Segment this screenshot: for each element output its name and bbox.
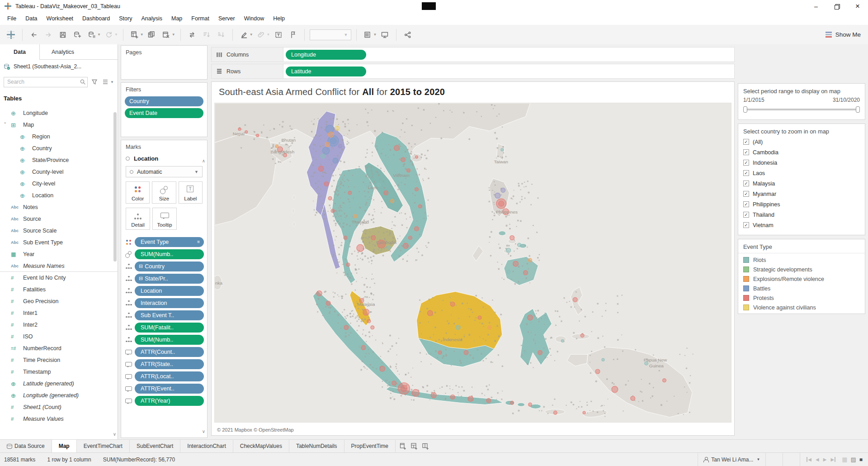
period-slider[interactable] bbox=[744, 106, 859, 113]
marks-pill[interactable]: Event Type ≡ bbox=[135, 237, 204, 247]
field-item[interactable]: ⌄ # Fatalities bbox=[0, 284, 118, 295]
country-checkbox-row[interactable]: ✓ Malaysia bbox=[738, 178, 865, 189]
country-checkbox-row[interactable]: ✓ (All) bbox=[738, 137, 865, 147]
text-label-button[interactable] bbox=[271, 27, 286, 43]
legend-item[interactable]: Violence against civilians bbox=[738, 303, 865, 312]
fit-selector[interactable]: ▼ bbox=[310, 29, 351, 40]
new-dashboard-tab-button[interactable] bbox=[409, 440, 420, 452]
checkbox[interactable]: ✓ bbox=[743, 160, 749, 166]
sheet-tab[interactable]: InteractionChart bbox=[180, 440, 233, 452]
checkbox[interactable]: ✓ bbox=[743, 139, 749, 145]
field-item[interactable]: ⌄ Country bbox=[0, 143, 118, 154]
duplicate-sheet-button[interactable] bbox=[145, 27, 159, 43]
pane-tab[interactable]: Analytics bbox=[40, 44, 118, 59]
slider-handle-end[interactable] bbox=[856, 106, 860, 113]
menu-item[interactable]: Server bbox=[214, 13, 240, 24]
menu-item[interactable]: Worksheet bbox=[42, 13, 78, 24]
show-hide-cards-caret-icon[interactable]: ▼ bbox=[373, 33, 377, 37]
sort-ascending-button[interactable] bbox=[199, 27, 214, 43]
redo-button[interactable] bbox=[41, 27, 56, 43]
new-datasource-button[interactable] bbox=[70, 27, 85, 43]
pin-button[interactable] bbox=[286, 27, 300, 43]
show-me-button[interactable]: Show Me bbox=[826, 31, 861, 38]
country-checkbox-row[interactable]: ✓ Indonesia bbox=[738, 157, 865, 168]
new-story-tab-button[interactable] bbox=[420, 440, 431, 452]
marks-pill[interactable]: SUM(Numb.. ≡ bbox=[135, 249, 204, 259]
filter-pill[interactable]: Country bbox=[125, 96, 203, 106]
checkbox[interactable]: ✓ bbox=[743, 170, 749, 176]
field-item[interactable]: ⌄ County-level bbox=[0, 166, 118, 178]
field-item[interactable]: ⌄ # ISO bbox=[0, 331, 118, 342]
checkbox[interactable]: ✓ bbox=[743, 149, 749, 155]
country-checkbox-row[interactable]: ✓ Cambodia bbox=[738, 147, 865, 157]
field-item[interactable]: ⌄ # Inter2 bbox=[0, 319, 118, 331]
expand-caret-icon[interactable]: ⌄ bbox=[3, 119, 7, 124]
map-pane[interactable]: NepalBhutanBangladeshTaiwanVietnamLaosTh… bbox=[214, 103, 731, 423]
checkbox[interactable]: ✓ bbox=[743, 191, 749, 197]
label-button[interactable]: Label bbox=[179, 181, 203, 204]
marks-pill[interactable]: ATTR(Locat.. ≡ bbox=[135, 371, 204, 381]
field-item[interactable]: ⌄ Abc Source Scale bbox=[0, 225, 118, 237]
field-item[interactable]: ⌄ Longitude (generated) bbox=[0, 390, 118, 401]
menu-item[interactable]: Data bbox=[21, 13, 42, 24]
swap-rows-columns-button[interactable] bbox=[185, 27, 199, 43]
last-icon[interactable]: ▶ bbox=[830, 457, 835, 462]
field-item[interactable]: ⌄ Region bbox=[0, 131, 118, 143]
tableau-logo-button[interactable] bbox=[4, 27, 18, 43]
split-view-icon[interactable]: ▨ bbox=[850, 456, 856, 463]
field-item[interactable]: ⌄ City-level bbox=[0, 178, 118, 190]
clear-sheet-caret-icon[interactable]: ▼ bbox=[172, 33, 175, 37]
marks-scroll-up-icon[interactable]: ∧ bbox=[202, 158, 205, 163]
detail-button[interactable]: Detail bbox=[126, 208, 150, 230]
field-item[interactable]: ⌄ Year bbox=[0, 248, 118, 260]
field-item[interactable]: ⌄ Map bbox=[0, 119, 118, 131]
menu-item[interactable]: File bbox=[3, 13, 21, 24]
legend-item[interactable]: Protests bbox=[738, 293, 865, 303]
marks-layer-header[interactable]: Location bbox=[121, 152, 207, 164]
sheet-tab[interactable]: SubEventChart bbox=[130, 440, 180, 452]
field-item[interactable]: ⌄ # Timestamp bbox=[0, 366, 118, 378]
menu-item[interactable]: Window bbox=[240, 13, 269, 24]
marks-pill[interactable]: Location ≡ bbox=[135, 286, 204, 296]
conflict-map[interactable]: NepalBhutanBangladeshTaiwanVietnamLaosTh… bbox=[215, 103, 731, 422]
full-view-icon[interactable]: ■ bbox=[859, 456, 863, 463]
scroll-down-icon[interactable]: ∨ bbox=[113, 432, 116, 437]
filter-fields-icon[interactable] bbox=[90, 77, 99, 86]
field-item[interactable]: ⌄ Abc Source bbox=[0, 213, 118, 225]
menu-item[interactable]: Format bbox=[187, 13, 214, 24]
slider-handle-start[interactable] bbox=[743, 106, 747, 113]
legend-item[interactable]: Strategic developments bbox=[738, 265, 865, 274]
field-item[interactable]: ⌄ State/Province bbox=[0, 154, 118, 166]
view-options-caret-icon[interactable]: ▼ bbox=[110, 80, 114, 84]
checkbox[interactable]: ✓ bbox=[743, 201, 749, 207]
presentation-mode-button[interactable] bbox=[377, 27, 392, 43]
field-item[interactable]: ⌄ # Measure Values bbox=[0, 413, 118, 425]
shelf-pill[interactable]: Latitude bbox=[286, 67, 366, 76]
grid-view-icon[interactable]: ▦ bbox=[842, 456, 847, 463]
user-account-dropdown[interactable]: Tan Wei Li Ama... ▼ bbox=[698, 453, 765, 466]
sheet-tab[interactable]: Data Source bbox=[0, 440, 52, 452]
minimize-button[interactable]: – bbox=[806, 0, 826, 12]
country-checkbox-row[interactable]: ✓ Vietnam bbox=[738, 220, 865, 230]
checkbox[interactable]: ✓ bbox=[743, 222, 749, 228]
sheet-tab[interactable]: Map bbox=[52, 440, 77, 452]
marks-pill[interactable]: ATTR(Event.. ≡ bbox=[135, 384, 204, 394]
marks-pill[interactable]: Interaction ≡ bbox=[135, 298, 204, 308]
highlight-caret-icon[interactable]: ▼ bbox=[250, 33, 253, 37]
pane-tab[interactable]: Data bbox=[0, 44, 40, 59]
legend-item[interactable]: Riots bbox=[738, 255, 865, 265]
country-checkbox-row[interactable]: ✓ Myanmar bbox=[738, 189, 865, 199]
sheet-tab[interactable]: EventTimeChart bbox=[77, 440, 130, 452]
marks-pill[interactable]: SUM(Fatalit.. ≡ bbox=[135, 323, 204, 333]
field-item[interactable]: ⌄ # Inter1 bbox=[0, 307, 118, 319]
menu-item[interactable]: Dashboard bbox=[78, 13, 114, 24]
sheet-tab[interactable]: PropEventTime bbox=[344, 440, 396, 452]
menu-item[interactable]: Story bbox=[114, 13, 137, 24]
field-item[interactable]: ⌄ # Geo Precision bbox=[0, 295, 118, 307]
marks-pill[interactable]: ATTR(Year) ≡ bbox=[135, 396, 204, 406]
field-item[interactable]: ⌄ Longitude bbox=[0, 107, 118, 119]
checkbox[interactable]: ✓ bbox=[743, 212, 749, 218]
new-worksheet-caret-icon[interactable]: ▼ bbox=[140, 33, 144, 37]
share-button[interactable] bbox=[401, 27, 415, 43]
menu-item[interactable]: Help bbox=[269, 13, 289, 24]
